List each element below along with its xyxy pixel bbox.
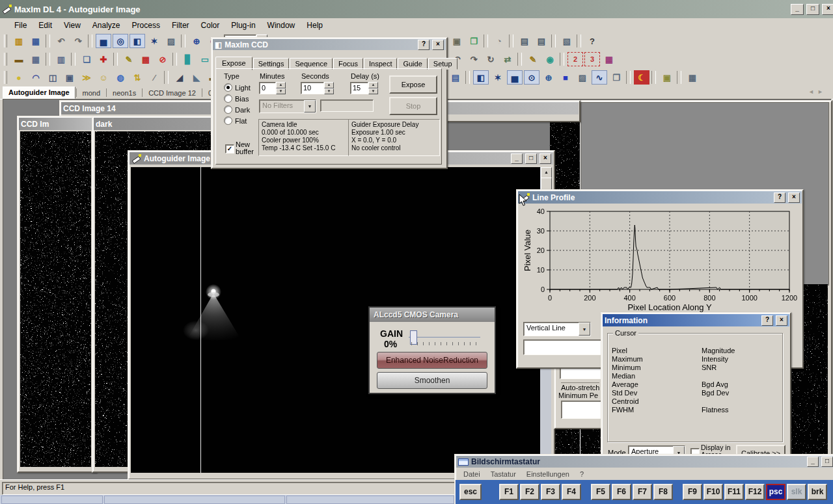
profile-direction-select[interactable]: Vertical Line ▼: [523, 322, 591, 336]
smoothen-button[interactable]: Smoothen: [377, 372, 487, 389]
menu-window[interactable]: Window: [262, 20, 301, 31]
maxim-ccd-titlebar[interactable]: ◧ MaxIm CCD ? ×: [213, 39, 446, 50]
seconds-spinner[interactable]: 10 ▲▼: [301, 82, 334, 94]
toolbar-grabber[interactable]: [4, 34, 7, 47]
document-list-icon[interactable]: ▤: [448, 70, 463, 85]
type-radio-bias[interactable]: Bias: [224, 94, 249, 103]
close-button[interactable]: ×: [432, 40, 444, 50]
open-icon[interactable]: ▥: [11, 34, 27, 48]
menu-edit[interactable]: Edit: [33, 20, 57, 31]
color-stack-icon[interactable]: ❐: [466, 34, 482, 48]
type-radio-dark[interactable]: Dark: [224, 105, 250, 114]
magnifier-window-icon[interactable]: ⊕: [541, 70, 556, 85]
type-radio-light[interactable]: Light: [224, 83, 251, 92]
swap-icon[interactable]: ⇅: [130, 70, 145, 85]
information-window[interactable]: Information ? × Cursor PixelMagnitudeMax…: [601, 312, 791, 460]
annotate-icon[interactable]: ✎: [525, 52, 541, 66]
key-f3[interactable]: F3: [541, 484, 560, 500]
tile-windows-icon[interactable]: ▦: [685, 70, 700, 85]
resize-icon[interactable]: ▦: [28, 52, 44, 66]
spin-down-icon[interactable]: ▼: [368, 88, 378, 95]
settings-window-icon[interactable]: ▨: [575, 70, 590, 85]
line-profile-window-icon[interactable]: ∿: [592, 70, 607, 85]
ccd-im-window[interactable]: CCD Im: [17, 116, 97, 473]
undo-icon[interactable]: ↶: [53, 34, 69, 48]
menu-filter[interactable]: Filter: [167, 20, 195, 31]
maximize-button[interactable]: □: [821, 457, 833, 467]
expose-button[interactable]: Expose: [389, 75, 437, 94]
taskbar-button[interactable]: [1, 496, 103, 504]
key-f4[interactable]: F4: [562, 484, 581, 500]
telescope-window-icon[interactable]: ✶: [490, 70, 506, 85]
delay-spinner[interactable]: 15 ▲▼: [350, 82, 378, 94]
close-button[interactable]: ×: [776, 315, 787, 326]
alccd-dialog[interactable]: ALccd5 CMOS Camera GAIN 0% Enhanced Nois…: [368, 306, 496, 394]
key-psc[interactable]: psc: [766, 484, 785, 500]
key-f12[interactable]: F12: [745, 484, 765, 500]
image-tab-autoguider-image[interactable]: Autoguider Image: [3, 86, 75, 99]
clone-window-icon[interactable]: ❐: [608, 70, 624, 85]
close-button[interactable]: ×: [788, 192, 800, 203]
spin-up-icon[interactable]: ▲: [368, 82, 378, 88]
night-vision-icon[interactable]: ☾: [634, 70, 649, 85]
flatten-dark-icon[interactable]: ◢: [172, 70, 187, 85]
flatten-light-icon[interactable]: ◣: [189, 70, 204, 85]
new-buffer-checkbox[interactable]: ✓: [225, 144, 234, 153]
arc-icon[interactable]: ◠: [28, 70, 44, 85]
information-titlebar[interactable]: Information ? ×: [603, 314, 789, 326]
measure-icon[interactable]: ▬: [11, 52, 27, 66]
scroll-up-icon[interactable]: ▲: [541, 167, 552, 178]
add-marker-icon[interactable]: ✚: [96, 52, 111, 66]
key-f9[interactable]: F9: [683, 484, 702, 500]
menu-color[interactable]: Color: [196, 20, 225, 31]
clean-up-icon[interactable]: ✎: [121, 52, 137, 66]
taskbar-button[interactable]: [104, 496, 285, 504]
key-f10[interactable]: F10: [703, 484, 723, 500]
key-f11[interactable]: F11: [724, 484, 744, 500]
kernel-filter-icon[interactable]: ▩: [138, 52, 154, 66]
type-radio-flat[interactable]: Flat: [224, 116, 247, 125]
tab-scroll-left-icon[interactable]: ◄: [808, 88, 814, 95]
information-window-icon[interactable]: ◎: [113, 34, 128, 48]
tab-scroll-right-icon[interactable]: ►: [817, 88, 823, 95]
stretch-window-icon[interactable]: ▅: [507, 70, 523, 85]
color-combine-icon[interactable]: ▦: [601, 52, 617, 66]
key-f5[interactable]: F5: [591, 484, 610, 500]
toolbar-grabber[interactable]: [4, 53, 7, 66]
enhanced-noise-reduction-button[interactable]: Enhanced NoiseReduction: [377, 352, 487, 369]
key-esc[interactable]: esc: [459, 484, 482, 500]
duplicate-icon[interactable]: ❏: [79, 52, 94, 66]
key-f7[interactable]: F7: [633, 484, 652, 500]
keyboard-window[interactable]: Bildschirmtastatur _ □ DateiTastaturEins…: [454, 454, 833, 504]
menu-view[interactable]: View: [59, 20, 86, 31]
maximize-button[interactable]: □: [525, 153, 537, 164]
spin-up-icon[interactable]: ▲: [276, 82, 286, 88]
page-flip-icon[interactable]: ◔: [491, 34, 507, 48]
line-profile-titlebar[interactable]: Line Profile ? ×: [518, 191, 802, 204]
screen-stretch-icon[interactable]: ▅: [96, 34, 111, 48]
key-f8[interactable]: F8: [653, 484, 673, 500]
maxim-ccd-dialog[interactable]: ◧ MaxIm CCD ? × ExposeSettingsSequenceFo…: [211, 37, 448, 169]
draw-line-icon[interactable]: ∕: [146, 70, 162, 85]
chevron-down-icon[interactable]: ▼: [579, 323, 590, 336]
free-rotate-icon[interactable]: ↻: [483, 52, 498, 66]
close-button[interactable]: ×: [822, 4, 833, 15]
menu-help[interactable]: Help: [301, 20, 328, 31]
bin2-icon[interactable]: 2: [567, 52, 583, 66]
flip-icon[interactable]: ⇄: [500, 52, 515, 66]
properties-icon[interactable]: ▧: [559, 34, 575, 48]
setup-icon[interactable]: ▨: [163, 34, 179, 48]
sphere-icon[interactable]: ◍: [113, 70, 128, 85]
telescope-control-icon[interactable]: ✶: [146, 34, 162, 48]
alccd-titlebar[interactable]: ALccd5 CMOS Camera: [370, 308, 495, 322]
image-tab-neon1s[interactable]: neon1s: [107, 88, 141, 99]
gain-slider[interactable]: [409, 329, 480, 345]
menu-file[interactable]: File: [9, 20, 32, 31]
save-icon[interactable]: ▦: [28, 34, 44, 48]
minimize-button[interactable]: _: [791, 4, 804, 15]
minutes-spinner[interactable]: 0 ▲▼: [259, 82, 286, 94]
taskbar-button[interactable]: [286, 496, 454, 504]
key-f6[interactable]: F6: [612, 484, 631, 500]
minimize-button[interactable]: _: [511, 153, 523, 164]
crosshair-window-icon[interactable]: ⊙: [524, 70, 539, 85]
